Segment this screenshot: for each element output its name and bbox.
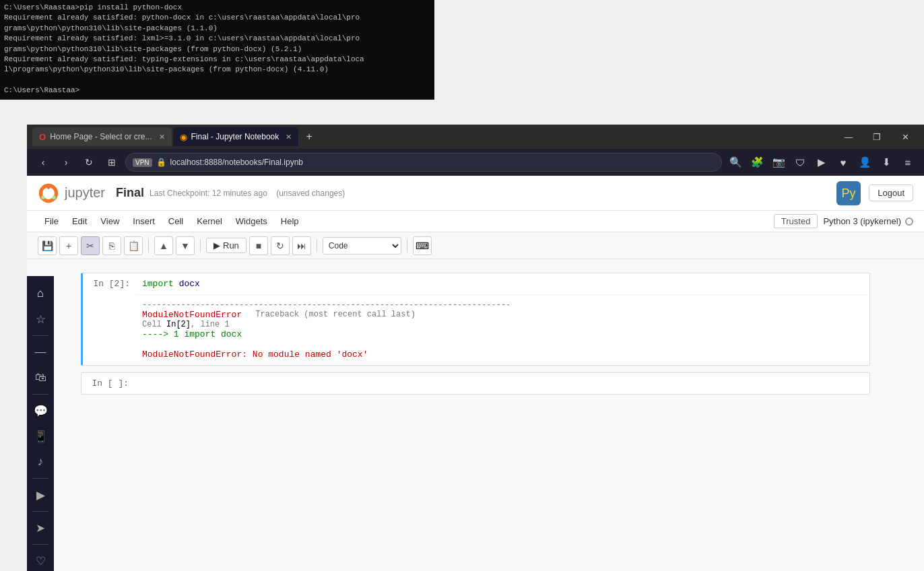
sidebar-icon-bag[interactable]: 🛍 (28, 366, 53, 390)
forward-button[interactable]: › (57, 153, 75, 172)
cell-ref: Cell In[2], line 1 (142, 320, 864, 329)
tab-home[interactable]: O Home Page - Select or cre... ✕ (32, 127, 172, 146)
camera-icon[interactable]: 📷 (769, 153, 788, 172)
menu-view[interactable]: View (94, 213, 126, 229)
jupyter-logo-icon (38, 182, 59, 204)
play-icon[interactable]: ▶ (812, 153, 831, 172)
back-button[interactable]: ‹ (34, 153, 53, 172)
tabs-button[interactable]: ⊞ (102, 153, 121, 172)
menu-icon[interactable]: ≡ (898, 153, 917, 172)
terminal-line: Requirement already satisfied: lxml>=3.1… (4, 34, 430, 55)
restart-run-button[interactable]: ⏭ (292, 236, 311, 255)
reload-button[interactable]: ↻ (79, 153, 98, 172)
extensions-icon[interactable]: 🧩 (748, 153, 766, 172)
jupyter-logo: jupyter (38, 182, 105, 204)
menu-edit[interactable]: Edit (65, 213, 94, 229)
search-icon[interactable]: 🔍 (726, 153, 745, 172)
tab-close-icon[interactable]: ✕ (159, 133, 165, 141)
svg-point-3 (52, 195, 55, 199)
traceback-label: Traceback (most recent call last) (255, 310, 416, 320)
jupyter-header: jupyter Final Last Checkpoint: 12 minute… (27, 176, 924, 211)
toolbar-separator (407, 239, 407, 253)
address-text: localhost:8888/notebooks/Final.ipynb (170, 158, 303, 167)
kernel-info: Python 3 (ipykernel) (823, 216, 913, 226)
empty-cell-input[interactable] (141, 378, 864, 389)
sidebar-icon-minus[interactable]: — (28, 340, 53, 364)
window-controls: — ❐ ✕ (835, 127, 919, 146)
toolbar-separator (317, 239, 317, 253)
cut-button[interactable]: ✂ (81, 236, 100, 255)
move-up-button[interactable]: ▲ (154, 236, 173, 255)
stop-button[interactable]: ■ (249, 236, 268, 255)
menu-file[interactable]: File (38, 213, 65, 229)
menu-insert[interactable]: Insert (126, 213, 162, 229)
menu-kernel[interactable]: Kernel (190, 213, 229, 229)
save-button[interactable]: 💾 (38, 236, 57, 255)
maximize-button[interactable]: ❐ (863, 127, 890, 146)
trusted-badge[interactable]: Trusted (774, 214, 818, 228)
favorites-icon[interactable]: ♥ (834, 153, 853, 172)
keyboard-shortcut-button[interactable]: ⌨ (413, 236, 432, 255)
menu-cell[interactable]: Cell (162, 213, 190, 229)
profile-icon[interactable]: 👤 (855, 153, 874, 172)
lock-icon: 🔒 (156, 158, 166, 167)
kernel-status-circle (905, 217, 913, 226)
close-button[interactable]: ✕ (892, 127, 919, 146)
sidebar-divider (32, 511, 48, 512)
address-bar[interactable]: VPN 🔒 localhost:8888/notebooks/Final.ipy… (125, 153, 722, 172)
copy-button[interactable]: ⎘ (102, 236, 121, 255)
minimize-button[interactable]: — (835, 127, 862, 146)
sidebar-icon-send[interactable]: ➤ (28, 516, 53, 540)
jupyter-toolbar: 💾 + ✂ ⎘ 📋 ▲ ▼ ▶ Run ■ ↻ ⏭ Code M (27, 232, 924, 259)
opera-sidebar: ⌂ ☆ — 🛍 💬 📱 ♪ ▶ ➤ ♡ ⋮ (27, 276, 54, 571)
keyword-import: import (142, 279, 174, 289)
sidebar-icon-heart[interactable]: ♡ (28, 549, 53, 571)
kernel-label: Python 3 (ipykernel) (823, 216, 901, 226)
cell-input-row: In [2]: import docx (83, 273, 869, 294)
notebook-body: In [2]: import docx --------------------… (27, 259, 924, 571)
terminal-line: C:\Users\Raastaa>pip install python-docx (4, 3, 430, 13)
jupyter-content: jupyter Final Last Checkpoint: 12 minute… (27, 176, 924, 571)
sidebar-divider (32, 335, 48, 336)
error-type: ModuleNotFoundError (142, 310, 242, 320)
sidebar-icon-whatsapp[interactable]: 📱 (28, 424, 53, 448)
nav-bar: ‹ › ↻ ⊞ VPN 🔒 localhost:8888/notebooks/F… (27, 149, 924, 176)
toolbar-separator (200, 239, 201, 253)
sidebar-divider (32, 394, 48, 395)
nav-right-icons: 🔍 🧩 📷 🛡 ▶ ♥ 👤 ⬇ ≡ (726, 153, 917, 172)
sidebar-icon-play[interactable]: ▶ (28, 483, 53, 507)
run-icon: ▶ (213, 240, 220, 250)
cell-type-select[interactable]: Code Markdown Raw NBConvert Heading (323, 237, 401, 255)
sidebar-icon-home[interactable]: ⌂ (28, 281, 53, 306)
shield-icon[interactable]: 🛡 (791, 153, 810, 172)
cell-input-row: In [ ]: (81, 373, 869, 394)
sidebar-icon-tiktok[interactable]: ♪ (28, 450, 53, 474)
run-label: Run (223, 240, 239, 250)
tab-jupyter[interactable]: ◉ Final - Jupyter Notebook ✕ (173, 127, 299, 146)
logout-button[interactable]: Logout (869, 184, 913, 201)
move-down-button[interactable]: ▼ (176, 236, 195, 255)
terminal-prompt: C:\Users\Raastaa> (4, 86, 430, 96)
run-button[interactable]: ▶ Run (206, 238, 246, 253)
error-message: ModuleNotFoundError: No module named 'do… (142, 349, 864, 360)
cell-2-input[interactable] (135, 373, 869, 394)
terminal-window: C:\Users\Raastaa>pip install python-docx… (0, 0, 434, 100)
browser-window: O Home Page - Select or cre... ✕ ◉ Final… (27, 125, 924, 571)
terminal-line: Requirement already satisfied: typing-ex… (4, 55, 430, 75)
sidebar-icon-star[interactable]: ☆ (28, 307, 53, 331)
svg-point-2 (46, 185, 50, 189)
tab-close-icon[interactable]: ✕ (286, 133, 292, 141)
jupyter-logo-text: jupyter (65, 185, 105, 201)
download-icon[interactable]: ⬇ (877, 153, 896, 172)
tab-label: Home Page - Select or cre... (50, 132, 152, 141)
tab-favicon: O (39, 132, 46, 142)
sidebar-icon-chat[interactable]: 💬 (28, 399, 53, 423)
menu-widgets[interactable]: Widgets (229, 213, 274, 229)
restart-button[interactable]: ↻ (271, 236, 290, 255)
paste-button[interactable]: 📋 (124, 236, 143, 255)
add-cell-button[interactable]: + (59, 236, 78, 255)
cell-1-input[interactable]: import docx (137, 273, 869, 294)
svg-point-4 (41, 195, 44, 199)
menu-help[interactable]: Help (274, 213, 306, 229)
new-tab-button[interactable]: + (300, 127, 319, 146)
